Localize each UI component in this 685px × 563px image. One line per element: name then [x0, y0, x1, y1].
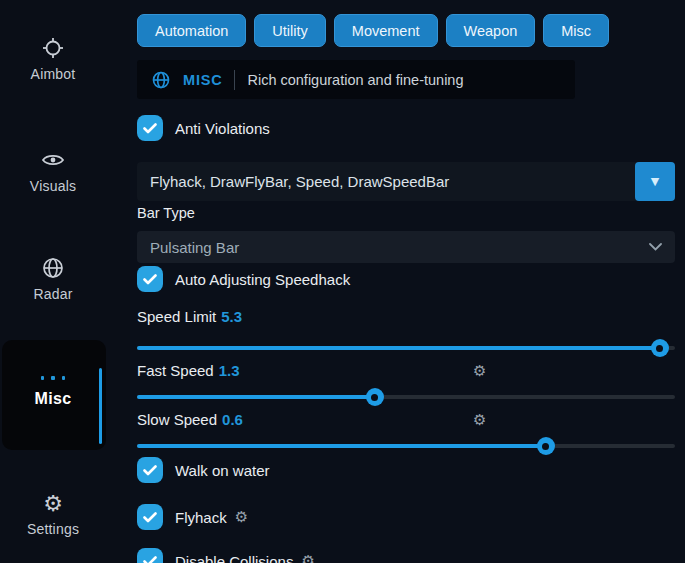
gear-icon[interactable]: ⚙	[473, 411, 486, 429]
tab-automation[interactable]: Automation	[137, 14, 246, 47]
fast-speed-slider[interactable]	[137, 388, 675, 406]
check-icon	[143, 465, 157, 476]
tab-weapon[interactable]: Weapon	[446, 14, 536, 47]
eye-icon	[41, 148, 65, 172]
globe-icon	[151, 70, 171, 90]
section-title: MISC	[183, 72, 222, 88]
dropdown-open-button[interactable]: ▼	[635, 162, 675, 201]
slow-speed-label: Slow Speed0.6	[137, 411, 243, 428]
sidebar-item-settings[interactable]: ⚙ Settings	[0, 491, 106, 537]
crosshair-icon	[41, 36, 65, 60]
check-icon	[143, 556, 157, 563]
anti-violations-row: Anti Violations	[137, 115, 270, 141]
gear-icon[interactable]: ⚙	[473, 362, 486, 380]
cheat-menu-window: Aimbot Visuals Radar	[0, 0, 685, 563]
fast-speed-label: Fast Speed1.3	[137, 362, 240, 379]
bar-multiselect[interactable]: Flyhack, DrawFlyBar, Speed, DrawSpeedBar…	[137, 162, 675, 201]
chevron-down-icon	[636, 243, 675, 251]
checkbox-label: Disable Collisions ⚙	[175, 552, 315, 563]
speed-limit-slider[interactable]	[137, 339, 675, 357]
section-header: MISC Rich configuration and fine-tuning	[137, 60, 575, 99]
check-icon	[143, 512, 157, 523]
gear-icon[interactable]: ⚙	[235, 508, 248, 526]
sidebar-item-label: Radar	[33, 286, 72, 302]
speed-limit-label: Speed Limit5.3	[137, 308, 242, 325]
multiselect-value: Flyhack, DrawFlyBar, Speed, DrawSpeedBar	[137, 173, 635, 190]
sidebar-item-label: Misc	[35, 390, 72, 408]
tab-movement[interactable]: Movement	[334, 14, 438, 47]
gear-icon: ⚙	[41, 491, 65, 515]
category-tabs: Automation Utility Movement Weapon Misc	[137, 14, 609, 47]
dropdown-arrow-icon: ▼	[651, 175, 659, 188]
slow-speed-value: 0.6	[222, 411, 243, 428]
flyhack-row: Flyhack ⚙	[137, 504, 248, 530]
section-subtitle: Rich configuration and fine-tuning	[247, 72, 463, 88]
flyhack-checkbox[interactable]	[137, 504, 163, 530]
tab-misc[interactable]: Misc	[543, 14, 609, 47]
auto-adjusting-speedhack-checkbox[interactable]	[137, 266, 163, 292]
speed-limit-value: 5.3	[221, 308, 242, 325]
sidebar: Aimbot Visuals Radar	[0, 0, 130, 563]
bar-type-select[interactable]: Pulsating Bar	[137, 231, 675, 263]
anti-violations-checkbox[interactable]	[137, 115, 163, 141]
sidebar-item-label: Settings	[27, 521, 79, 537]
checkbox-label: Auto Adjusting Speedhack	[175, 271, 350, 288]
checkbox-label: Flyhack ⚙	[175, 508, 248, 526]
gear-icon[interactable]: ⚙	[301, 552, 314, 563]
select-value: Pulsating Bar	[137, 239, 636, 256]
globe-icon	[41, 256, 65, 280]
fast-speed-value: 1.3	[219, 362, 240, 379]
sidebar-item-radar[interactable]: Radar	[0, 256, 106, 302]
slider-knob[interactable]	[537, 437, 555, 455]
sidebar-item-label: Aimbot	[31, 66, 76, 82]
sidebar-item-visuals[interactable]: Visuals	[0, 148, 106, 194]
tab-utility[interactable]: Utility	[254, 14, 325, 47]
disable-collisions-checkbox[interactable]	[137, 548, 163, 563]
slow-speed-slider[interactable]	[137, 437, 675, 455]
ellipsis-icon	[41, 372, 65, 384]
walk-on-water-row: Walk on water	[137, 457, 269, 483]
sidebar-item-aimbot[interactable]: Aimbot	[0, 36, 106, 82]
bar-type-label: Bar Type	[137, 205, 195, 221]
slider-knob[interactable]	[366, 388, 384, 406]
disable-collisions-row: Disable Collisions ⚙	[137, 548, 315, 563]
sidebar-item-label: Visuals	[30, 178, 76, 194]
slider-knob[interactable]	[651, 339, 669, 357]
walk-on-water-checkbox[interactable]	[137, 457, 163, 483]
check-icon	[143, 274, 157, 285]
check-icon	[143, 123, 157, 134]
sidebar-item-misc[interactable]: Misc	[0, 372, 106, 408]
checkbox-label: Walk on water	[175, 462, 269, 479]
auto-adjusting-speedhack-row: Auto Adjusting Speedhack	[137, 266, 350, 292]
divider	[234, 70, 235, 90]
checkbox-label: Anti Violations	[175, 120, 270, 137]
